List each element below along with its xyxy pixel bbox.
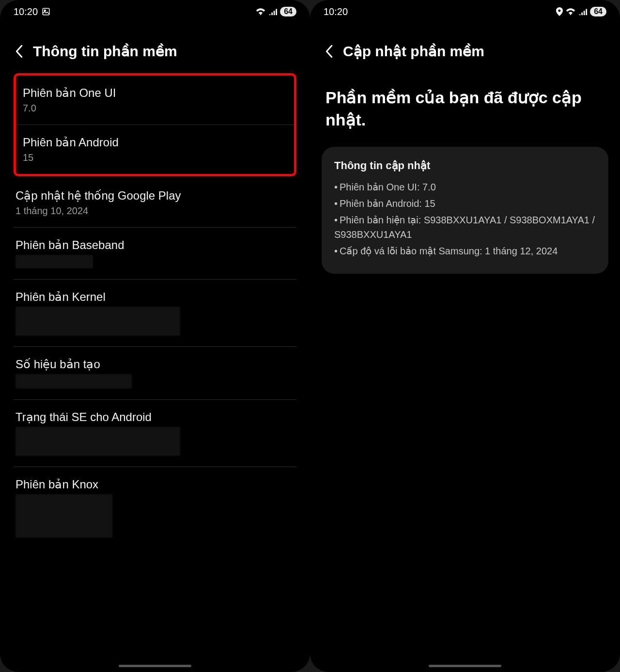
list-item-build[interactable]: Số hiệu bản tạo (14, 347, 296, 400)
battery-level: 64 (590, 7, 606, 16)
battery-level: 64 (280, 7, 296, 16)
item-label: Phiên bản Knox (16, 478, 291, 491)
svg-point-2 (260, 14, 262, 16)
redacted-value (16, 427, 180, 456)
list-item-kernel[interactable]: Phiên bản Kernel (14, 280, 296, 347)
redacted-value (16, 494, 112, 538)
redacted-value (16, 374, 132, 389)
update-info-card: Thông tin cập nhật •Phiên bản One UI: 7.… (322, 147, 608, 274)
page-title: Cập nhật phần mềm (343, 43, 484, 60)
location-icon (556, 7, 563, 16)
header: Thông tin phần mềm (0, 23, 310, 73)
update-headline: Phần mềm của bạn đã được cập nhật. (310, 73, 620, 147)
settings-list: Phiên bản One UI 7.0 Phiên bản Android 1… (0, 73, 310, 548)
phone-right: 10:20 64 Cập nhật phần mềm Phần mềm của … (310, 0, 620, 672)
signal-icon (578, 8, 587, 16)
card-line: •Cấp độ vá lỗi bảo mật Samsung: 1 tháng … (334, 243, 596, 259)
svg-point-3 (570, 14, 572, 16)
list-item-se[interactable]: Trạng thái SE cho Android (14, 400, 296, 467)
page-title: Thông tin phần mềm (33, 43, 177, 60)
item-label: Phiên bản Kernel (16, 290, 291, 304)
header: Cập nhật phần mềm (310, 23, 620, 73)
status-time: 10:20 (324, 6, 348, 17)
wifi-icon (566, 8, 575, 16)
home-indicator[interactable] (429, 665, 501, 667)
item-label: Phiên bản Android (23, 136, 287, 149)
item-label: Phiên bản Baseband (16, 238, 291, 252)
card-line: •Phiên bản One UI: 7.0 (334, 179, 596, 195)
card-title: Thông tin cập nhật (334, 159, 596, 172)
item-label: Phiên bản One UI (23, 86, 287, 100)
card-line: •Phiên bản hiện tại: S938BXXU1AYA1 / S93… (334, 212, 596, 243)
item-value: 1 tháng 10, 2024 (16, 205, 291, 217)
list-item-oneui[interactable]: Phiên bản One UI 7.0 (16, 76, 294, 125)
status-bar: 10:20 64 (310, 0, 620, 23)
list-item-baseband[interactable]: Phiên bản Baseband (14, 228, 296, 280)
redacted-value (16, 255, 93, 268)
home-indicator[interactable] (119, 665, 191, 667)
highlight-annotation: Phiên bản One UI 7.0 Phiên bản Android 1… (14, 73, 296, 176)
status-bar: 10:20 64 (0, 0, 310, 23)
redacted-value (16, 307, 180, 336)
item-label: Số hiệu bản tạo (16, 358, 291, 371)
signal-icon (268, 8, 277, 16)
item-label: Cập nhật hệ thống Google Play (16, 189, 291, 203)
image-icon (42, 7, 50, 16)
list-item-knox[interactable]: Phiên bản Knox (14, 467, 296, 548)
item-value: 15 (23, 152, 287, 163)
phone-left: 10:20 64 Thông tin phần mềm Phiên bản On… (0, 0, 310, 672)
wifi-icon (256, 8, 265, 16)
status-time: 10:20 (14, 6, 38, 17)
list-item-android[interactable]: Phiên bản Android 15 (16, 125, 294, 174)
svg-rect-0 (43, 8, 49, 15)
svg-point-1 (44, 10, 46, 11)
item-value: 7.0 (23, 103, 287, 114)
card-line: •Phiên bản Android: 15 (334, 195, 596, 212)
back-button[interactable] (14, 45, 24, 58)
list-item-googleplay[interactable]: Cập nhật hệ thống Google Play 1 tháng 10… (14, 178, 296, 228)
back-button[interactable] (324, 45, 334, 58)
item-label: Trạng thái SE cho Android (16, 410, 291, 424)
